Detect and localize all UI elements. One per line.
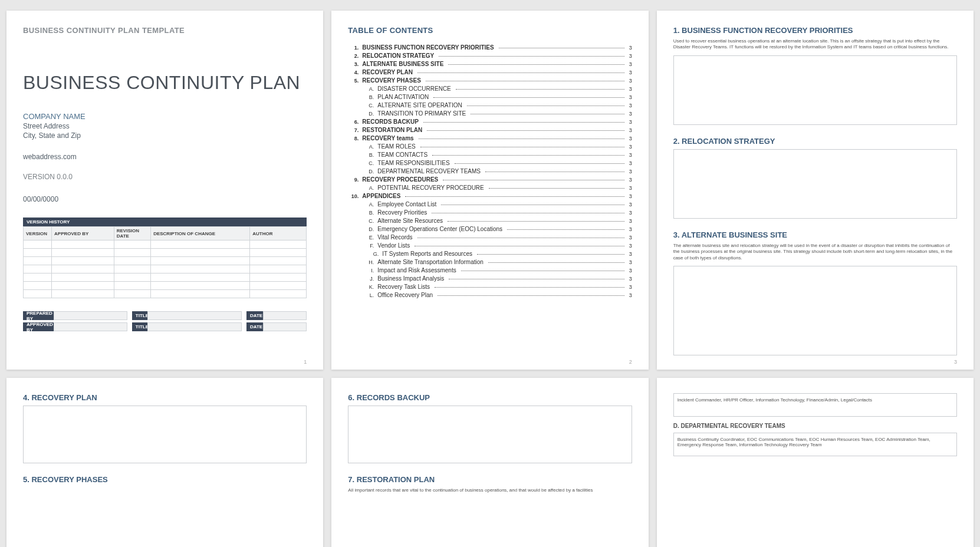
section-1-desc: Used to recover essential business opera… (673, 38, 957, 51)
prepared-by-field[interactable] (54, 311, 127, 320)
toc-entry[interactable]: F.Vendor Lists3 (348, 242, 632, 249)
toc-entry[interactable]: D.TRANSITION TO PRIMARY SITE3 (348, 110, 632, 117)
toc-entry[interactable]: 6.RECORDS BACKUP3 (348, 118, 632, 125)
section-1-content-box[interactable] (673, 55, 957, 125)
toc-leader-dots (435, 287, 624, 288)
version-history-table: VERSION APPROVED BY REVISION DATE DESCRI… (23, 226, 307, 298)
section-3-heading: 3. ALTERNATE BUSINESS SITE (673, 230, 957, 239)
toc-label: Office Recovery Plan (377, 292, 433, 298)
toc-leader-dots (507, 229, 624, 230)
toc-entry[interactable]: I.Impact and Risk Assessments3 (348, 267, 632, 274)
section-6-content-box[interactable] (348, 406, 632, 463)
toc-label: Recovery Task Lists (377, 284, 430, 290)
toc-entry[interactable]: 8.RECOVERY teams3 (348, 135, 632, 141)
toc-heading: TABLE OF CONTENTS (348, 26, 632, 35)
toc-page: 3 (629, 70, 632, 75)
toc-entry[interactable]: 7.RESTORATION PLAN3 (348, 127, 632, 133)
toc-leader-dots (448, 64, 624, 65)
title-field-2[interactable] (147, 322, 242, 331)
toc-number: J. (353, 276, 374, 282)
toc-entry[interactable]: 9.RECOVERY PROCEDURES3 (348, 176, 632, 183)
toc-leader-dots (432, 213, 624, 213)
section-3-content-box[interactable] (673, 266, 957, 355)
approved-by-field[interactable] (54, 322, 127, 331)
toc-entry[interactable]: A.DISASTER OCCURRENCE3 (348, 85, 632, 92)
toc-page: 3 (629, 243, 632, 249)
toc-entry[interactable]: A.POTENTIAL RECOVERY PROCEDURE3 (348, 184, 632, 191)
section-4-content-box[interactable] (23, 406, 307, 463)
toc-label: IT System Reports and Resources (382, 251, 472, 257)
toc-entry[interactable]: A.TEAM ROLES3 (348, 143, 632, 150)
toc-list: 1.BUSINESS FUNCTION RECOVERY PRIORITIES3… (348, 44, 632, 298)
section-1-heading: 1. BUSINESS FUNCTION RECOVERY PRIORITIES (673, 26, 957, 35)
toc-entry[interactable]: E.Vital Records3 (348, 234, 632, 240)
toc-leader-dots (417, 238, 624, 238)
toc-label: TRANSITION TO PRIMARY SITE (377, 110, 466, 117)
toc-label: PLAN ACTIVATION (377, 94, 429, 100)
toc-number: 10. (348, 193, 359, 199)
subsection-d-heading: D. DEPARTMENTAL RECOVERY TEAMS (673, 423, 957, 429)
toc-label: Business Impact Analysis (377, 275, 444, 282)
toc-number: C. (353, 160, 374, 166)
toc-entry[interactable]: J.Business Impact Analysis3 (348, 275, 632, 282)
toc-label: DISASTER OCCURRENCE (377, 85, 450, 92)
toc-entry[interactable]: D.Emergency Operations Center (EOC) Loca… (348, 226, 632, 232)
toc-entry[interactable]: 10.APPENDICES3 (348, 193, 632, 199)
toc-number: A. (353, 202, 374, 207)
signature-row-prepared: PREPARED BY TITLE DATE (23, 311, 307, 320)
date-field-2[interactable] (263, 322, 307, 331)
version-history-title: VERSION HISTORY (23, 218, 307, 226)
toc-entry[interactable]: 3.ALTERNATE BUSINESS SITE3 (348, 61, 632, 67)
table-row (24, 290, 307, 298)
toc-page: 3 (629, 193, 632, 199)
toc-entry[interactable]: 4.RECOVERY PLAN3 (348, 69, 632, 75)
page-2-toc: TABLE OF CONTENTS 1.BUSINESS FUNCTION RE… (331, 11, 648, 370)
toc-number: B. (353, 152, 374, 158)
toc-number: E. (353, 235, 374, 240)
toc-entry[interactable]: B.Recovery Priorities3 (348, 209, 632, 216)
toc-page: 3 (629, 127, 632, 133)
table-row (24, 282, 307, 290)
toc-entry[interactable]: K.Recovery Task Lists3 (348, 284, 632, 290)
toc-leader-dots (488, 262, 624, 263)
departmental-teams-box[interactable]: Business Continuity Coordinator, EOC Com… (673, 433, 957, 456)
title-label: TITLE (132, 311, 147, 320)
toc-leader-dots (443, 180, 624, 180)
toc-entry[interactable]: B.PLAN ACTIVATION3 (348, 94, 632, 100)
toc-number: 1. (348, 45, 359, 51)
title-field[interactable] (147, 311, 242, 320)
toc-entry[interactable]: L.Office Recovery Plan3 (348, 292, 632, 298)
section-2-content-box[interactable] (673, 149, 957, 219)
toc-leader-dots (499, 48, 624, 48)
toc-leader-dots (471, 114, 624, 114)
page-3: 1. BUSINESS FUNCTION RECOVERY PRIORITIES… (657, 11, 974, 370)
toc-number: I. (353, 268, 374, 274)
date-field[interactable] (263, 311, 307, 320)
toc-number: 9. (348, 177, 359, 183)
toc-number: G. (357, 251, 379, 257)
toc-entry[interactable]: 1.BUSINESS FUNCTION RECOVERY PRIORITIES3 (348, 44, 632, 51)
toc-leader-dots (467, 106, 624, 106)
toc-leader-dots (449, 279, 624, 279)
toc-entry[interactable]: H.Alternate Site Transportation Informat… (348, 259, 632, 265)
toc-page: 3 (629, 119, 632, 125)
toc-page: 3 (629, 111, 632, 117)
toc-entry[interactable]: D.DEPARTMENTAL RECOVERY TEAMS3 (348, 168, 632, 174)
toc-entry[interactable]: C.ALTERNATE SITE OPERATION3 (348, 102, 632, 108)
toc-page: 3 (629, 202, 632, 207)
toc-page: 3 (629, 226, 632, 232)
toc-page: 3 (629, 268, 632, 274)
template-label: BUSINESS CONTINUITY PLAN TEMPLATE (23, 26, 307, 35)
team-roles-box[interactable]: Incident Commander, HR/PR Officer, Infor… (673, 393, 957, 417)
toc-entry[interactable]: G.IT System Reports and Resources3 (348, 251, 632, 257)
toc-entry[interactable]: 2.RELOCATION STRATEGY3 (348, 52, 632, 59)
toc-label: ALTERNATE SITE OPERATION (377, 102, 462, 108)
toc-number: C. (353, 103, 374, 108)
toc-entry[interactable]: C.TEAM RESPONSIBILITIES3 (348, 160, 632, 166)
toc-entry[interactable]: B.TEAM CONTACTS3 (348, 151, 632, 158)
toc-entry[interactable]: C.Alternate Site Resources3 (348, 218, 632, 224)
company-name: COMPANY NAME (23, 112, 307, 121)
toc-entry[interactable]: 5.RECOVERY PHASES3 (348, 77, 632, 84)
toc-number: 4. (348, 70, 359, 75)
toc-entry[interactable]: A.Employee Contact List3 (348, 201, 632, 207)
